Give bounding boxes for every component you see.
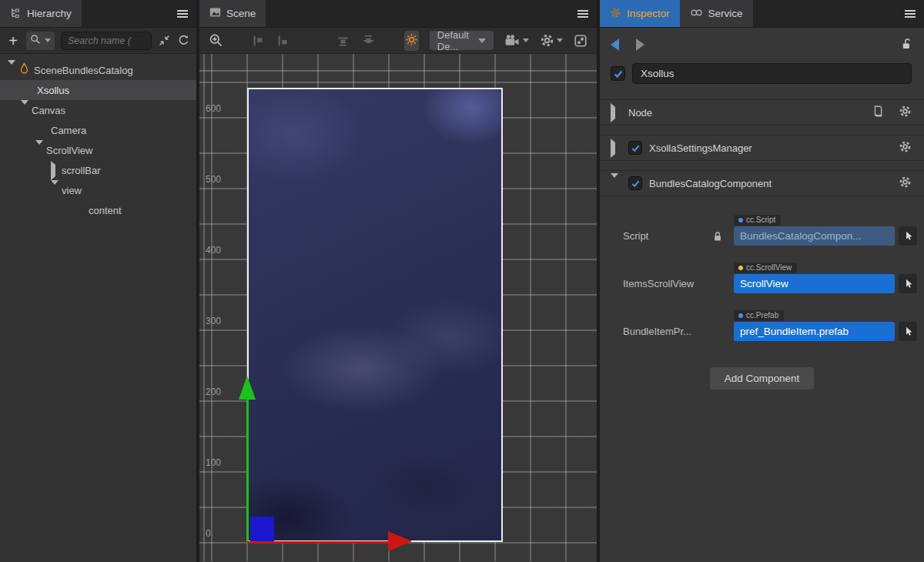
gizmo-toggle-button[interactable] [404, 31, 419, 51]
component-enabled-checkbox[interactable] [628, 141, 642, 155]
hierarchy-tabstrip: Hierarchy [0, 0, 196, 28]
expand-arrow-icon[interactable] [51, 185, 62, 196]
hierarchy-tree: SceneBundlesCatalog Xsollus Canvas Camer… [0, 54, 196, 220]
ruler-label: 500 [206, 174, 221, 185]
component-gear-icon[interactable] [899, 176, 912, 191]
ruler-label: 400 [206, 245, 221, 256]
zoom-tool-icon[interactable] [209, 33, 223, 48]
scene-tabstrip: Scene [199, 0, 597, 28]
component-properties: Script cc.Script BundlesCatalogCompon...… [600, 196, 924, 341]
tree-item-label: scrollBar [62, 165, 101, 176]
x-axis-line [247, 541, 390, 544]
bundles-catalog-label: BundlesCatalogComponent [649, 178, 772, 189]
inspector-tabstrip: Inspector Service [600, 0, 924, 28]
search-icon [30, 34, 41, 47]
tree-row[interactable]: SceneBundlesCatalog [0, 60, 196, 80]
search-input[interactable] [61, 32, 152, 50]
history-back-button[interactable] [611, 38, 619, 51]
expand-arrow-icon[interactable] [35, 145, 46, 156]
hierarchy-menu-button[interactable] [176, 0, 189, 27]
tree-item-label: content [89, 205, 122, 216]
scene-image-icon [209, 7, 221, 20]
items-scrollview-reference-field[interactable]: ScrollView [734, 274, 895, 293]
node-gear-icon[interactable] [899, 105, 912, 120]
search-filter-button[interactable] [26, 32, 55, 50]
hamburger-icon [577, 9, 589, 18]
tab-scene-label: Scene [226, 8, 256, 19]
cursor-picker-icon [903, 278, 913, 289]
tree-item-label: Canvas [32, 105, 65, 116]
script-type-badge: cc.Script [734, 215, 781, 226]
component-enabled-checkbox[interactable] [628, 176, 642, 190]
prefab-book-icon[interactable] [872, 105, 884, 120]
script-property-label: Script [623, 230, 712, 246]
device-dropdown[interactable]: Default De... [430, 31, 494, 50]
camera-dropdown-button[interactable] [504, 34, 529, 47]
node-section-label: Node [628, 107, 652, 119]
tree-row[interactable]: Camera [0, 120, 196, 140]
script-picker-button[interactable] [899, 226, 917, 246]
align-right-icon[interactable] [276, 34, 290, 48]
layout-toggle-button[interactable] [574, 34, 588, 48]
tree-row[interactable]: Canvas [0, 100, 196, 120]
scrollview-type-badge: cc.ScrollView [734, 263, 797, 273]
chevron-down-icon [45, 38, 51, 42]
scene-viewport[interactable]: 600 500 400 300 200 100 0 [199, 54, 597, 561]
tree-row[interactable]: view [0, 180, 196, 200]
history-forward-button[interactable] [636, 38, 644, 51]
items-scrollview-field-wrap: cc.ScrollView ScrollView [734, 274, 895, 293]
design-canvas[interactable] [247, 88, 503, 542]
tree-row-selected[interactable]: Xsollus [0, 80, 196, 100]
tab-hierarchy-label: Hierarchy [27, 8, 72, 19]
component-gear-icon[interactable] [899, 140, 912, 156]
tab-hierarchy[interactable]: Hierarchy [0, 0, 82, 27]
expand-arrow-icon[interactable] [8, 65, 18, 76]
align-left-icon[interactable] [252, 34, 266, 48]
cursor-picker-icon [903, 326, 913, 337]
collapse-arrow-icon[interactable] [611, 107, 621, 119]
script-reference-field[interactable]: BundlesCatalogCompon... [734, 226, 895, 246]
tree-item-label: ScrollView [46, 145, 92, 156]
align-middle-icon[interactable] [361, 34, 376, 48]
node-active-checkbox[interactable] [611, 66, 625, 81]
scene-flame-icon [18, 62, 32, 78]
tree-row[interactable]: ScrollView [0, 140, 196, 160]
scene-menu-button[interactable] [577, 0, 589, 27]
settings-manager-section-header[interactable]: XsollaSettingsManager [600, 135, 924, 161]
node-name-input[interactable] [632, 63, 912, 84]
create-node-button[interactable]: + [6, 33, 20, 49]
tab-inspector[interactable]: Inspector [600, 0, 680, 27]
collapse-arrow-icon[interactable] [51, 165, 62, 176]
bundle-item-prefab-property-row: BundleItemPr... cc.Prefab pref_BundleIte… [623, 306, 912, 341]
collapse-all-button[interactable] [158, 34, 171, 47]
scrollview-picker-button[interactable] [899, 274, 917, 293]
tree-row[interactable]: content [0, 200, 196, 220]
chevron-down-icon [523, 38, 529, 42]
tab-scene[interactable]: Scene [199, 0, 266, 27]
collapse-arrow-icon[interactable] [611, 142, 621, 154]
type-dot-icon [738, 266, 743, 270]
content-node-rect[interactable] [250, 517, 274, 541]
items-scrollview-property-row: ItemsScrollView cc.ScrollView ScrollView [623, 258, 912, 293]
tree-row[interactable]: scrollBar [0, 160, 196, 180]
bundles-catalog-section-header[interactable]: BundlesCatalogComponent [600, 170, 924, 196]
hierarchy-tree-icon [10, 7, 22, 21]
prefab-picker-button[interactable] [899, 322, 917, 341]
add-component-button[interactable]: Add Component [710, 367, 815, 390]
lock-open-icon[interactable] [900, 37, 913, 53]
prefab-type-badge: cc.Prefab [734, 310, 784, 321]
inspector-menu-button[interactable] [904, 0, 916, 27]
ruler-label: 0 [206, 528, 211, 539]
refresh-button[interactable] [177, 34, 190, 47]
node-section-header[interactable]: Node [600, 99, 924, 125]
scene-settings-button[interactable] [540, 33, 563, 48]
ruler-label: 100 [206, 457, 221, 468]
expand-arrow-icon[interactable] [611, 178, 621, 189]
y-axis-line [246, 399, 249, 544]
chevron-down-icon [557, 38, 563, 42]
tree-item-label: Camera [51, 125, 86, 136]
align-top-icon[interactable] [336, 34, 350, 48]
expand-arrow-icon[interactable] [21, 105, 32, 116]
bundle-item-prefab-reference-field[interactable]: pref_BundleItem.prefab [734, 322, 895, 341]
tab-service[interactable]: Service [680, 0, 753, 27]
